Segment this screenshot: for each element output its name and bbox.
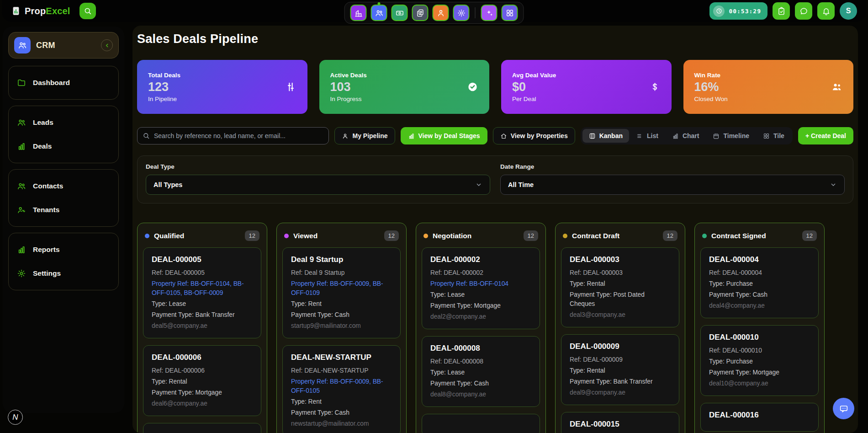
deal-property-ref-link[interactable]: Property Ref: BB-OFF-0104, BB-OFF-0105, … <box>152 279 253 298</box>
sidebar-item-settings[interactable]: Settings <box>17 269 110 278</box>
folder-icon <box>17 78 26 87</box>
deal-payment-type: Payment Type: Cash <box>291 408 392 417</box>
deal-payment-type: Payment Type: Mortgage <box>430 301 531 310</box>
nav-app-apps[interactable] <box>502 5 518 21</box>
deal-ref: Ref: DEAL-000004 <box>709 268 810 278</box>
date-range-select[interactable]: All Time <box>500 175 845 195</box>
deal-type: Type: Rental <box>570 279 671 289</box>
view-chart[interactable]: Chart <box>666 129 706 143</box>
chat-bubble-icon <box>799 7 808 16</box>
global-search-button[interactable] <box>79 3 96 19</box>
chat-dots-icon <box>839 404 849 414</box>
stage-dot-icon <box>563 234 567 238</box>
deal-card[interactable]: DEAL-000009Ref: DEAL-000009Type: RentalP… <box>561 334 679 405</box>
column-header: Contract Draft12 <box>561 229 679 241</box>
stats-row: Total Deals123In PipelineActive Deals103… <box>137 60 853 114</box>
tasks-button[interactable] <box>773 2 790 20</box>
nextjs-dev-indicator[interactable]: N <box>8 410 23 425</box>
chart-icon <box>17 245 26 254</box>
gear-icon <box>17 269 26 278</box>
deal-card[interactable]: DEAL-NEW-STARTUPRef: DEAL-NEW-STARTUPPro… <box>282 345 401 433</box>
deal-card[interactable]: DEAL-000005Ref: DEAL-000005Property Ref:… <box>143 247 261 338</box>
view-list[interactable]: List <box>630 129 665 143</box>
deal-title: DEAL-000003 <box>570 255 671 264</box>
deal-card[interactable]: DEAL-000002Ref: DEAL-000002Property Ref:… <box>422 247 540 329</box>
stat-card-win-rate: Win Rate16%Closed Won <box>683 60 854 114</box>
deal-title: DEAL-000005 <box>152 255 253 264</box>
stat-sublabel: In Pipeline <box>148 96 296 102</box>
stage-count-badge: 12 <box>384 230 399 241</box>
sidebar-collapse-button[interactable] <box>101 39 113 51</box>
create-deal-button[interactable]: + Create Deal <box>798 127 853 144</box>
deal-type: Type: Lease <box>430 368 531 377</box>
deal-card[interactable]: DEAL-000004Ref: DEAL-000004Type: Purchas… <box>700 247 819 318</box>
deal-email: newstartup@mailinator.com <box>291 419 392 428</box>
stat-sublabel: In Progress <box>330 96 479 102</box>
sidebar-item-dashboard[interactable]: Dashboard <box>17 78 110 87</box>
nav-app-people[interactable] <box>433 5 449 21</box>
nav-app-properties[interactable] <box>350 5 367 21</box>
sliders-icon <box>285 81 296 93</box>
deal-property-ref-link[interactable]: Property Ref: BB-OFF-0009, BB-OFF-0109 <box>291 279 392 298</box>
sidebar-item-label: Reports <box>33 246 60 254</box>
my-pipeline-button[interactable]: My Pipeline <box>334 127 395 144</box>
view-by-deal-stages-button[interactable]: View by Deal Stages <box>401 127 487 144</box>
nav-app-documents[interactable] <box>412 5 429 21</box>
column-cards: DEAL-000002Ref: DEAL-000002Property Ref:… <box>422 247 540 433</box>
deal-title: DEAL-000009 <box>570 342 671 351</box>
deal-search-input[interactable] <box>137 127 329 144</box>
chat-widget-button[interactable] <box>833 398 854 419</box>
stage-name: Contract Signed <box>711 232 766 240</box>
nav-app-ai[interactable] <box>481 5 498 21</box>
sidebar-item-tenants[interactable]: Tenants <box>17 205 110 214</box>
stage-count-badge: 12 <box>802 230 817 241</box>
deal-type-label: Deal Type <box>146 163 490 170</box>
chart-icon <box>672 133 679 139</box>
deal-card[interactable] <box>422 414 540 433</box>
deal-type: Type: Rental <box>570 366 671 375</box>
session-timer[interactable]: 00:53:29 <box>709 2 767 20</box>
deal-property-ref-link[interactable]: Property Ref: BB-OFF-0009, BB-OFF-0105 <box>291 377 392 396</box>
deal-ref: Ref: DEAL-000008 <box>430 357 531 366</box>
deal-card[interactable]: DEAL-000015 <box>561 412 679 433</box>
user-avatar[interactable]: S <box>840 2 857 20</box>
toolbar: My Pipeline View by Deal Stages View by … <box>137 127 853 145</box>
nav-app-crm[interactable] <box>371 5 387 21</box>
crm-module-icon <box>14 37 31 53</box>
sidebar-item-leads[interactable]: Leads <box>17 118 110 127</box>
deal-type: Type: Rent <box>291 299 392 309</box>
view-tile[interactable]: Tile <box>757 129 791 143</box>
deal-card[interactable]: DEAL-000016 <box>700 403 819 432</box>
app-switcher <box>344 2 524 24</box>
messages-button[interactable] <box>795 2 812 20</box>
deal-card[interactable]: DEAL-000010Ref: DEAL-000010Type: Purchas… <box>700 325 819 396</box>
column-cards: DEAL-000004Ref: DEAL-000004Type: Purchas… <box>700 247 819 432</box>
view-by-properties-button[interactable]: View by Properties <box>493 127 575 144</box>
app-switcher-divider <box>475 7 476 18</box>
kanban-icon <box>589 133 596 139</box>
nav-app-settings[interactable] <box>453 5 470 21</box>
calendar-icon <box>713 133 720 139</box>
deal-card[interactable]: DEAL-000003Ref: DEAL-000003Type: RentalP… <box>561 247 679 327</box>
grid-icon <box>763 133 770 139</box>
deal-email: deal5@company.ae <box>152 321 253 331</box>
sidebar-item-reports[interactable]: Reports <box>17 245 110 254</box>
notifications-button[interactable] <box>817 2 835 20</box>
nav-app-finance[interactable] <box>392 5 408 21</box>
deal-card[interactable]: DEAL-000008Ref: DEAL-000008Type: LeasePa… <box>422 336 540 407</box>
deal-title: DEAL-000006 <box>152 353 253 362</box>
stage-count-badge: 12 <box>524 230 538 241</box>
deal-card[interactable] <box>143 423 261 433</box>
deal-card[interactable]: Deal 9 StartupRef: Deal 9 StartupPropert… <box>282 247 401 338</box>
deal-payment-type: Payment Type: Cash <box>430 379 531 388</box>
view-timeline[interactable]: Timeline <box>706 129 756 143</box>
view-kanban[interactable]: Kanban <box>582 129 629 143</box>
deal-card[interactable]: DEAL-000006Ref: DEAL-000006Type: RentalP… <box>143 345 261 416</box>
deal-email: deal3@company.ae <box>570 310 671 320</box>
deal-property-ref-link[interactable]: Property Ref: BB-OFF-0104 <box>430 279 531 289</box>
deal-type-select[interactable]: All Types <box>146 175 490 195</box>
deal-search <box>137 127 329 144</box>
sidebar-item-contacts[interactable]: Contacts <box>17 182 110 191</box>
stat-card-active-deals: Active Deals103In Progress <box>319 60 490 114</box>
sidebar-item-deals[interactable]: Deals <box>17 142 110 151</box>
